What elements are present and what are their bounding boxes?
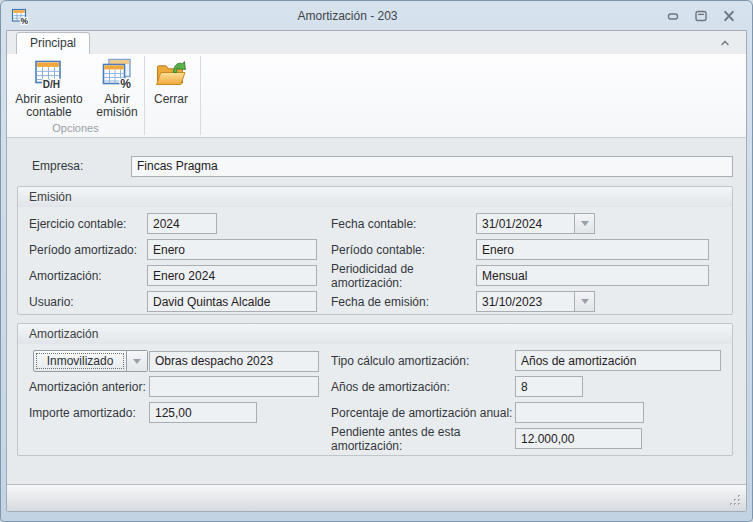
anios-amortizacion-label: Años de amortización: [331,380,515,394]
client-area: Principal D/H [6,30,747,512]
pendiente-label: Pendiente antes de esta amortización: [331,425,515,453]
amortizacion-label: Amortización: [29,269,147,283]
fecha-contable-combo [476,213,595,234]
abrir-emision-button[interactable]: % Abrir emisión [91,56,143,119]
inmovilizado-split-button[interactable]: Inmovilizado [33,350,148,372]
tipo-calculo-label: Tipo cálculo amortización: [331,354,515,368]
button-label: contable [26,106,71,119]
fecha-contable-label: Fecha contable: [331,217,476,231]
chevron-up-icon[interactable] [716,35,734,51]
groupbox-amortizacion: Amortización Inmovilizado Amortización a… [17,323,733,456]
restore-icon[interactable] [693,9,709,23]
fecha-emision-combo [476,291,595,312]
ribbon-group-cerrar: Cerrar [145,54,200,137]
periodicidad-label: Periodicidad de amortización: [331,262,476,290]
importe-amortizado-label: Importe amortizado: [29,406,149,420]
chevron-down-icon[interactable] [574,291,595,312]
tipo-calculo-field[interactable] [515,350,721,371]
button-label: emisión [96,106,137,119]
amortizacion-window: % Amortización - 203 Princi [0,0,753,522]
status-bar [7,484,746,511]
svg-text:%: % [20,16,28,25]
porcentaje-anual-field[interactable] [515,402,644,423]
amortizacion-anterior-label: Amortización anterior: [29,380,149,394]
form-area: Empresa: Emisión Ejercicio contable: Per… [7,138,746,484]
amortizacion-anterior-field[interactable] [149,376,319,397]
svg-text:%: % [120,77,131,91]
ribbon: D/H Abrir asiento contable [7,54,746,138]
app-table-percent-icon: % [10,6,30,26]
periodo-contable-label: Período contable: [331,243,476,257]
amortizacion-field[interactable] [147,265,317,286]
empresa-label: Empresa: [32,159,131,173]
anios-amortizacion-field[interactable] [515,376,583,397]
ledger-table-dh-icon: D/H [32,57,66,93]
fecha-emision-label: Fecha de emisión: [331,295,476,309]
ejercicio-contable-field[interactable] [147,213,217,234]
periodo-amortizado-label: Período amortizado: [29,243,147,257]
fecha-emision-field[interactable] [476,291,574,312]
empresa-field[interactable] [131,156,733,177]
ribbon-group-caption: Opciones [7,122,144,137]
porcentaje-anual-label: Porcentaje de amortización anual: [331,406,515,420]
periodo-contable-field[interactable] [476,239,709,260]
window-title: Amortización - 203 [30,9,665,23]
svg-text:D/H: D/H [43,79,60,90]
periodo-amortizado-field[interactable] [147,239,317,260]
groupbox-title: Emisión [18,187,732,207]
abrir-asiento-contable-button[interactable]: D/H Abrir asiento contable [7,56,91,119]
groupbox-title: Amortización [18,324,732,344]
inmovilizado-field[interactable] [149,351,319,372]
ribbon-tab-strip: Principal [7,31,746,54]
minimize-icon[interactable] [665,9,681,23]
usuario-label: Usuario: [29,295,147,309]
chevron-down-icon[interactable] [574,213,595,234]
groupbox-emision: Emisión Ejercicio contable: Período amor… [17,186,733,315]
fecha-contable-field[interactable] [476,213,574,234]
resize-grip-icon[interactable] [728,493,742,507]
usuario-field[interactable] [147,291,317,312]
open-folder-arrow-icon [154,57,188,93]
pendiente-field[interactable] [515,428,642,449]
chevron-down-icon[interactable] [126,351,147,371]
tab-principal[interactable]: Principal [16,32,90,54]
close-icon[interactable] [721,9,737,23]
button-label: Cerrar [154,93,188,106]
importe-amortizado-field[interactable] [149,402,257,423]
periodicidad-field[interactable] [476,265,709,286]
ribbon-group-opciones: D/H Abrir asiento contable [7,54,144,137]
titlebar: % Amortización - 203 [6,1,747,30]
ribbon-separator [200,56,201,135]
tables-percent-icon: % [100,57,134,93]
window-controls [665,9,743,23]
ejercicio-contable-label: Ejercicio contable: [29,217,147,231]
cerrar-button[interactable]: Cerrar [145,56,197,106]
inmovilizado-button-label: Inmovilizado [34,351,126,371]
